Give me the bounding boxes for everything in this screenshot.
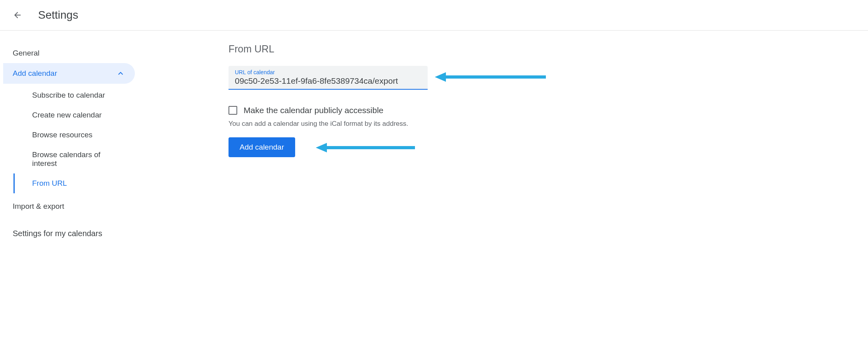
chevron-up-icon [116, 69, 125, 78]
url-input-label: URL of calendar [235, 69, 421, 75]
nav-add-calendar-label: Add calendar [13, 69, 57, 78]
sub-items: Subscribe to calendar Create new calenda… [3, 85, 135, 193]
main-content: From URL URL of calendar Make the calend… [135, 43, 868, 244]
annotation-arrow-1 [435, 69, 546, 85]
add-button-wrapper: Add calendar [229, 137, 295, 157]
back-button[interactable] [10, 7, 25, 23]
sub-create-new[interactable]: Create new calendar [13, 105, 135, 125]
svg-marker-1 [435, 72, 446, 82]
sub-from-url[interactable]: From URL [13, 173, 135, 193]
annotation-arrow-2 [316, 140, 415, 156]
sub-browse-resources[interactable]: Browse resources [13, 125, 135, 145]
public-checkbox[interactable] [229, 106, 237, 115]
public-checkbox-label: Make the calendar publicly accessible [244, 106, 384, 115]
content-container: General Add calendar Subscribe to calend… [0, 31, 868, 244]
page-title: Settings [38, 9, 78, 21]
nav-general-label: General [13, 49, 40, 58]
public-checkbox-row: Make the calendar publicly accessible [229, 106, 852, 115]
sidebar: General Add calendar Subscribe to calend… [0, 43, 135, 244]
sub-browse-interest[interactable]: Browse calendars of interest [13, 145, 135, 173]
svg-marker-3 [316, 143, 327, 152]
sub-subscribe[interactable]: Subscribe to calendar [13, 85, 135, 105]
add-calendar-button[interactable]: Add calendar [229, 137, 295, 157]
help-text: You can add a calendar using the iCal fo… [229, 120, 852, 128]
url-input[interactable] [235, 76, 421, 86]
nav-add-calendar[interactable]: Add calendar [3, 63, 135, 84]
arrow-left-icon [13, 10, 22, 20]
nav-import-export-label: Import & export [13, 202, 64, 211]
url-input-wrapper: URL of calendar [229, 66, 428, 90]
nav-general[interactable]: General [3, 43, 135, 63]
header: Settings [0, 0, 868, 31]
section-settings-my-calendars: Settings for my calendars [3, 216, 135, 244]
nav-import-export[interactable]: Import & export [3, 196, 135, 216]
url-input-container[interactable]: URL of calendar [229, 66, 428, 90]
main-title: From URL [229, 43, 852, 55]
